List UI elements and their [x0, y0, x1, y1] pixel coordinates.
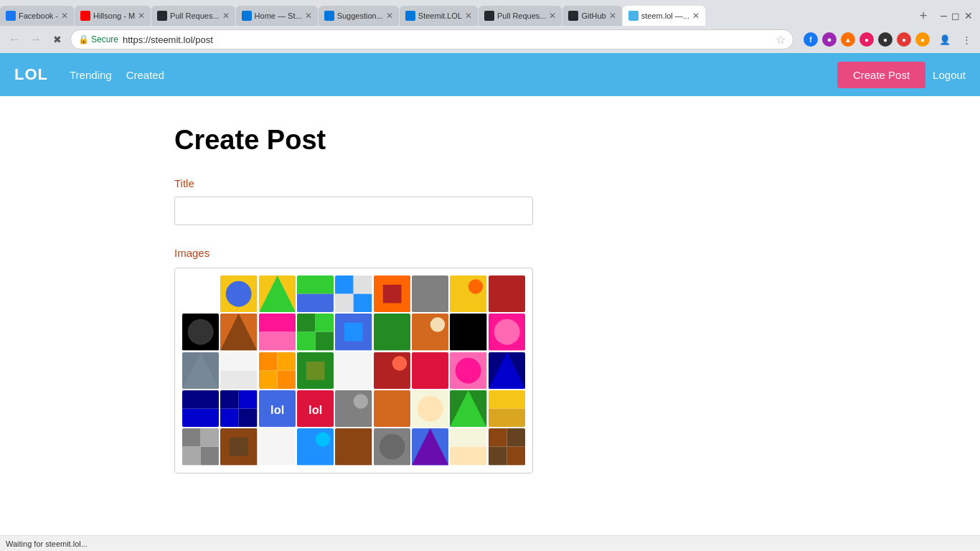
restore-button[interactable]: ◻ — [951, 10, 960, 22]
meme-thumb-3[interactable] — [297, 276, 334, 312]
meme-thumb-23[interactable] — [374, 352, 410, 389]
svg-rect-79 — [297, 428, 334, 465]
meme-thumb-6[interactable] — [412, 276, 448, 312]
meme-thumb-0[interactable] — [182, 276, 219, 312]
forward-button[interactable]: → — [27, 31, 44, 48]
browser-tab-tab3[interactable]: Pull Reques... ✕ — [151, 6, 235, 26]
meme-thumb-12[interactable] — [297, 314, 334, 350]
tab-label: steem.lol —... — [641, 11, 689, 20]
meme-thumb-41[interactable] — [374, 428, 410, 465]
meme-thumb-26[interactable] — [489, 352, 525, 389]
meme-thumb-32[interactable] — [374, 390, 410, 427]
meme-thumb-43[interactable] — [450, 428, 486, 465]
meme-thumb-44[interactable] — [489, 428, 525, 465]
meme-thumb-34[interactable] — [450, 390, 486, 427]
meme-thumb-7[interactable] — [450, 276, 486, 312]
svg-rect-38 — [220, 370, 257, 389]
meme-thumb-5[interactable] — [374, 276, 410, 312]
new-tab-button[interactable]: + — [913, 6, 933, 26]
meme-thumb-33[interactable] — [412, 390, 448, 427]
nav-link-trending[interactable]: Trending — [70, 66, 112, 84]
secure-badge: 🔒 Secure — [78, 34, 118, 44]
browser-tab-tab2[interactable]: Hillsong - M ✕ — [75, 6, 151, 26]
svg-rect-65 — [374, 390, 410, 427]
meme-thumb-19[interactable] — [220, 352, 257, 389]
meme-thumb-18[interactable] — [182, 352, 219, 389]
extension-icon-3[interactable]: ▲ — [841, 32, 855, 47]
tab-close-icon[interactable]: ✕ — [465, 11, 472, 21]
nav-link-created[interactable]: Created — [126, 66, 164, 84]
meme-thumb-31[interactable] — [335, 390, 372, 427]
meme-thumb-36[interactable] — [182, 428, 219, 465]
svg-point-15 — [468, 279, 484, 294]
meme-thumb-11[interactable] — [259, 314, 296, 350]
tab-close-icon[interactable]: ✕ — [386, 11, 393, 21]
meme-thumb-4[interactable] — [335, 276, 372, 312]
meme-thumb-35[interactable] — [489, 390, 525, 427]
extension-icon-1[interactable]: f — [804, 32, 818, 47]
reload-button[interactable]: ✖ — [49, 31, 66, 48]
tab-close-icon[interactable]: ✕ — [692, 11, 699, 21]
svg-rect-91 — [507, 447, 525, 466]
svg-rect-21 — [259, 314, 296, 332]
extension-icon-4[interactable]: ● — [859, 32, 874, 47]
browser-tab-tab1[interactable]: Facebook - ✕ — [0, 6, 74, 26]
meme-thumb-15[interactable] — [412, 314, 448, 350]
browser-tab-tab6[interactable]: Steemit.LOL ✕ — [400, 6, 478, 26]
browser-tab-tab8[interactable]: GitHub ✕ — [562, 6, 621, 26]
create-post-nav-button[interactable]: Create Post — [837, 62, 925, 88]
tab-close-icon[interactable]: ✕ — [61, 11, 68, 21]
title-input[interactable] — [174, 197, 533, 225]
minimize-button[interactable]: – — [941, 9, 947, 22]
meme-thumb-10[interactable] — [220, 314, 257, 350]
tab-favicon — [242, 11, 252, 21]
nav-actions: Create Post Logout — [837, 62, 966, 88]
extension-icon-5[interactable]: ● — [878, 32, 892, 47]
svg-point-34 — [494, 319, 519, 345]
tab-close-icon[interactable]: ✕ — [305, 11, 312, 21]
meme-thumb-20[interactable] — [259, 352, 296, 389]
meme-thumb-8[interactable] — [489, 276, 525, 312]
meme-thumb-13[interactable] — [335, 314, 372, 350]
meme-thumb-21[interactable] — [297, 352, 334, 389]
browser-tab-tab4[interactable]: Home — St... ✕ — [236, 6, 318, 26]
svg-rect-28 — [344, 323, 363, 342]
meme-thumb-29[interactable]: lol — [259, 390, 296, 427]
browser-tab-tab5[interactable]: Suggestion... ✕ — [319, 6, 399, 26]
close-button[interactable]: ✕ — [964, 10, 973, 22]
meme-thumb-1[interactable] — [220, 276, 257, 312]
meme-thumb-37[interactable] — [220, 428, 257, 465]
browser-tab-tab7[interactable]: Pull Reques... ✕ — [479, 6, 562, 26]
meme-thumb-14[interactable] — [374, 314, 410, 350]
extension-icon-7[interactable]: ● — [915, 32, 930, 47]
meme-thumb-27[interactable] — [182, 390, 219, 427]
back-button[interactable]: ← — [6, 31, 23, 48]
meme-thumb-38[interactable] — [259, 428, 296, 465]
meme-thumb-17[interactable] — [489, 314, 525, 350]
menu-button[interactable]: ⋮ — [958, 32, 974, 47]
meme-thumb-30[interactable]: lol — [297, 390, 334, 427]
star-icon[interactable]: ☆ — [776, 33, 786, 47]
meme-thumb-42[interactable] — [412, 428, 448, 465]
account-button[interactable]: 👤 — [937, 32, 953, 47]
svg-rect-6 — [297, 294, 334, 313]
tab-close-icon[interactable]: ✕ — [549, 11, 556, 21]
meme-thumb-22[interactable] — [335, 352, 372, 389]
tab-close-icon[interactable]: ✕ — [609, 11, 616, 21]
meme-thumb-24[interactable] — [412, 352, 448, 389]
svg-rect-5 — [297, 276, 334, 294]
tab-close-icon[interactable]: ✕ — [138, 11, 145, 21]
extension-icon-2[interactable]: ● — [822, 32, 837, 47]
meme-thumb-39[interactable] — [297, 428, 334, 465]
meme-thumb-40[interactable] — [335, 428, 372, 465]
browser-tab-tab9[interactable]: steem.lol —... ✕ — [623, 6, 705, 26]
extension-icon-6[interactable]: ● — [897, 32, 911, 47]
address-bar[interactable]: 🔒 Secure https://steemit.lol/post ☆ — [70, 29, 793, 50]
meme-thumb-25[interactable] — [450, 352, 486, 389]
meme-thumb-16[interactable] — [450, 314, 486, 350]
logout-button[interactable]: Logout — [933, 69, 966, 81]
meme-thumb-28[interactable] — [220, 390, 257, 427]
tab-close-icon[interactable]: ✕ — [222, 11, 230, 21]
meme-thumb-2[interactable] — [259, 276, 296, 312]
meme-thumb-9[interactable] — [182, 314, 219, 350]
